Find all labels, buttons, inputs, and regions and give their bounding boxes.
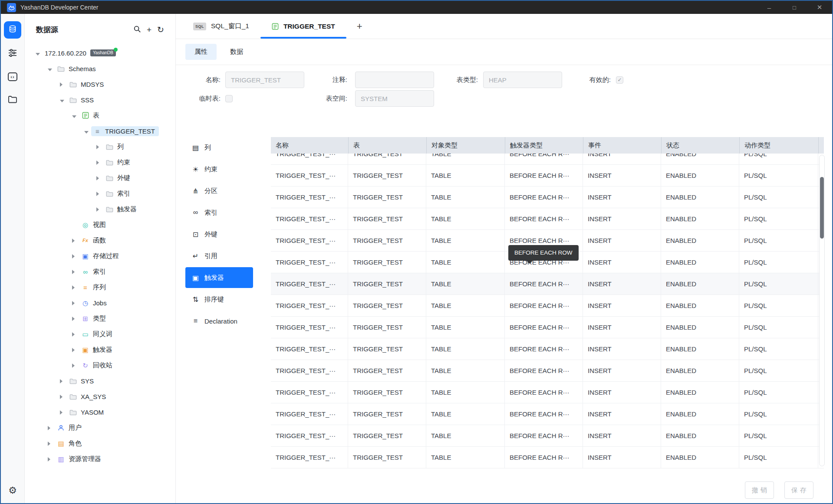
caret-down-icon[interactable] <box>36 49 41 57</box>
tree-item-Jobs[interactable]: ◷Jobs <box>25 295 175 311</box>
close-button[interactable]: ✕ <box>807 1 832 14</box>
caret-right-icon[interactable] <box>72 362 78 369</box>
undo-button[interactable]: 撤销 <box>745 481 774 499</box>
table-row[interactable]: TRIGGER_TEST_···TRIGGER_TESTTABLEBEFORE … <box>271 360 824 382</box>
caret-right-icon[interactable] <box>72 299 78 307</box>
table-row[interactable]: TRIGGER_TEST_···TRIGGER_TESTTABLEBEFORE … <box>271 273 824 295</box>
caret-right-icon[interactable] <box>96 159 102 166</box>
caret-right-icon[interactable] <box>96 174 102 182</box>
refresh-icon[interactable]: ↻ <box>157 26 164 34</box>
scrollbar-thumb[interactable] <box>820 177 824 239</box>
caret-right-icon[interactable] <box>96 206 102 213</box>
caret-right-icon[interactable] <box>48 440 53 447</box>
new-tab-button[interactable]: + <box>346 14 373 39</box>
tree-item-触发器[interactable]: 触发器 <box>25 201 175 217</box>
tree-item-存储过程[interactable]: ▣存储过程 <box>25 248 175 264</box>
tree-item-触发器[interactable]: ▣触发器 <box>25 342 175 357</box>
save-button[interactable]: 保存 <box>784 481 813 499</box>
caret-right-icon[interactable] <box>72 252 78 260</box>
tree-item-SYS[interactable]: SYS <box>25 373 175 389</box>
tree-item-函数[interactable]: Fx函数 <box>25 232 175 248</box>
caret-right-icon[interactable] <box>96 190 102 197</box>
detail-menu-引用[interactable]: ↵引用 <box>185 245 253 266</box>
caret-right-icon[interactable] <box>60 409 66 416</box>
tree-item-XA_SYS[interactable]: XA_SYS <box>25 389 175 404</box>
table-row[interactable]: TRIGGER_TEST_···TRIGGER_TESTTABLEBEFORE … <box>271 382 824 403</box>
caret-down-icon[interactable] <box>48 65 53 72</box>
tree-item-外键[interactable]: 外键 <box>25 170 175 186</box>
column-header-动作类型[interactable]: 动作类型 <box>739 137 818 154</box>
tree-item-类型[interactable]: ⊞类型 <box>25 311 175 326</box>
comment-input[interactable] <box>355 72 434 88</box>
settings-gear-button[interactable]: ⚙ <box>1 485 24 496</box>
detail-menu-约束[interactable]: ☀约束 <box>185 159 253 180</box>
table-row[interactable]: TRIGGER_TEST_···TRIGGER_TESTTABLEBEFORE … <box>271 154 824 165</box>
tree-item-MDSYS[interactable]: MDSYS <box>25 76 175 92</box>
files-rail-button[interactable] <box>4 92 21 109</box>
caret-right-icon[interactable] <box>48 424 53 432</box>
tree-item-用户[interactable]: 用户 <box>25 420 175 435</box>
table-row[interactable]: TRIGGER_TEST_···TRIGGER_TESTTABLEBEFORE … <box>271 338 824 360</box>
tree-item-索引[interactable]: ∞索引 <box>25 264 175 279</box>
table-type-input[interactable]: HEAP <box>483 72 562 88</box>
caret-right-icon[interactable] <box>72 346 78 353</box>
sql-console-rail-button[interactable]: ‹› <box>4 68 21 85</box>
caret-right-icon[interactable] <box>72 331 78 338</box>
detail-menu-列[interactable]: ▤列 <box>185 137 253 158</box>
table-row[interactable]: TRIGGER_TEST_···TRIGGER_TESTTABLEBEFORE … <box>271 403 824 425</box>
tree-item-同义词[interactable]: ▭同义词 <box>25 326 175 342</box>
tree-item-约束[interactable]: 约束 <box>25 154 175 170</box>
datasources-rail-button[interactable] <box>4 21 21 39</box>
maximize-button[interactable]: □ <box>782 1 807 14</box>
subtab-数据[interactable]: 数据 <box>221 44 252 60</box>
minimize-button[interactable]: – <box>757 1 782 14</box>
tree-item-资源管理器[interactable]: ▥资源管理器 <box>25 451 175 467</box>
column-header-表[interactable]: 表 <box>348 137 426 154</box>
temp-table-checkbox[interactable] <box>225 95 233 102</box>
tree-item-表[interactable]: 表 <box>25 108 175 123</box>
column-header-名称[interactable]: 名称 <box>271 137 348 154</box>
tree-item-TRIGGER_TEST[interactable]: ≡TRIGGER_TEST <box>25 123 175 139</box>
tree-item-角色[interactable]: ▤角色 <box>25 435 175 451</box>
tab-TRIGGER_TEST[interactable]: TRIGGER_TEST <box>260 14 346 39</box>
settings-sliders-rail-button[interactable] <box>4 45 21 62</box>
caret-right-icon[interactable] <box>60 393 66 400</box>
table-row[interactable]: TRIGGER_TEST_···TRIGGER_TESTTABLEBEFORE … <box>271 208 824 230</box>
caret-right-icon[interactable] <box>60 377 66 385</box>
table-row[interactable]: TRIGGER_TEST_···TRIGGER_TESTTABLEBEFORE … <box>271 165 824 187</box>
column-header-触发器类型[interactable]: 触发器类型 <box>505 137 583 154</box>
caret-right-icon[interactable] <box>72 268 78 275</box>
table-row[interactable]: TRIGGER_TEST_···TRIGGER_TESTTABLEBEFORE … <box>271 317 824 338</box>
tree-item-172.16.60.220[interactable]: 172.16.60.220YashanDB <box>25 45 175 61</box>
caret-down-icon[interactable] <box>60 96 66 104</box>
caret-right-icon[interactable] <box>72 237 78 244</box>
table-row[interactable]: TRIGGER_TEST_···TRIGGER_TESTTABLEBEFORE … <box>271 425 824 447</box>
caret-right-icon[interactable] <box>72 284 78 291</box>
caret-right-icon[interactable] <box>48 455 53 463</box>
detail-menu-排序键[interactable]: ⇅排序键 <box>185 289 253 310</box>
table-row[interactable]: TRIGGER_TEST_···TRIGGER_TESTTABLEBEFORE … <box>271 187 824 208</box>
tab-SQL_窗口_1[interactable]: SQLSQL_窗口_1 <box>182 14 260 39</box>
detail-menu-分区[interactable]: ⋔分区 <box>185 180 253 201</box>
caret-right-icon[interactable] <box>60 81 66 88</box>
name-input[interactable]: TRIGGER_TEST <box>225 72 304 88</box>
detail-menu-外键[interactable]: ⊡外键 <box>185 224 253 245</box>
caret-right-icon[interactable] <box>72 315 78 322</box>
column-header-对象类型[interactable]: 对象类型 <box>426 137 505 154</box>
caret-right-icon[interactable] <box>96 143 102 151</box>
tree-item-序列[interactable]: ≡序列 <box>25 279 175 295</box>
table-row[interactable]: TRIGGER_TEST_···TRIGGER_TESTTABLEBEFORE … <box>271 447 824 468</box>
table-row[interactable]: TRIGGER_TEST_···TRIGGER_TESTTABLEBEFORE … <box>271 295 824 317</box>
detail-menu-Declaration[interactable]: ≡Declaration <box>185 311 253 331</box>
tree-item-列[interactable]: 列 <box>25 139 175 154</box>
detail-menu-索引[interactable]: ∞索引 <box>185 202 253 223</box>
tree-item-Schemas[interactable]: Schemas <box>25 61 175 76</box>
valid-checkbox[interactable]: ✓ <box>616 76 623 84</box>
tree-item-回收站[interactable]: ↻回收站 <box>25 357 175 373</box>
table-scrollbar[interactable] <box>819 155 825 466</box>
search-icon[interactable] <box>133 25 141 34</box>
caret-down-icon[interactable] <box>84 128 90 135</box>
column-header-事件[interactable]: 事件 <box>583 137 661 154</box>
tree-item-索引[interactable]: 索引 <box>25 186 175 201</box>
tree-item-SSS[interactable]: SSS <box>25 92 175 108</box>
